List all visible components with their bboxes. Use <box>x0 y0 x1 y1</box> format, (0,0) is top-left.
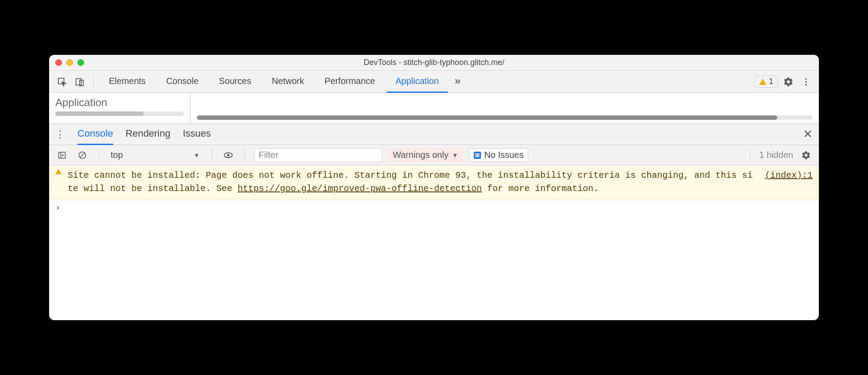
svg-point-4 <box>805 81 807 83</box>
live-expression-icon[interactable] <box>221 148 236 163</box>
issues-counter[interactable]: 1 <box>754 76 778 88</box>
separator <box>99 149 99 161</box>
svg-point-5 <box>805 84 807 85</box>
window-minimize-button[interactable] <box>66 59 73 66</box>
chevron-down-icon: ▼ <box>194 152 200 159</box>
svg-rect-6 <box>59 152 65 158</box>
issues-icon <box>474 152 481 159</box>
hidden-count-label: 1 hidden <box>759 150 793 160</box>
sidebar-scrollbar[interactable] <box>55 111 184 116</box>
tab-console[interactable]: Console <box>157 71 207 93</box>
titlebar: DevTools - stitch-glib-typhoon.glitch.me… <box>49 55 819 71</box>
console-message-text: Site cannot be installed: Page does not … <box>68 169 756 195</box>
tab-sources[interactable]: Sources <box>210 71 260 93</box>
device-toolbar-icon[interactable] <box>72 74 87 89</box>
svg-rect-1 <box>76 78 81 85</box>
svg-line-9 <box>80 153 84 157</box>
tab-elements[interactable]: Elements <box>100 71 154 93</box>
console-message-warning: Site cannot be installed: Page does not … <box>49 165 819 199</box>
message-source-link[interactable]: (index):1 <box>765 169 813 195</box>
prompt-chevron-icon: › <box>55 202 61 213</box>
tab-application[interactable]: Application <box>387 71 448 93</box>
issues-chip-label: No Issues <box>484 150 524 160</box>
window-close-button[interactable] <box>55 59 62 66</box>
console-toolbar: top ▼ Warnings only ▼ No Issues 1 hidden <box>49 145 819 165</box>
tabs-overflow-button[interactable]: » <box>450 71 465 93</box>
window-zoom-button[interactable] <box>77 59 84 66</box>
console-filter-input[interactable] <box>254 148 382 162</box>
tab-network[interactable]: Network <box>263 71 313 93</box>
console-prompt[interactable]: › <box>49 199 819 215</box>
tab-performance[interactable]: Performance <box>316 71 384 93</box>
context-label: top <box>111 150 123 160</box>
application-sidebar: Application <box>49 93 191 123</box>
more-menu-icon[interactable] <box>799 74 814 89</box>
warning-icon <box>759 79 766 85</box>
panel-content: Application <box>49 93 819 124</box>
main-scrollbar[interactable] <box>197 115 813 120</box>
sidebar-heading: Application <box>55 96 184 109</box>
separator <box>211 149 212 161</box>
drawer-more-icon[interactable]: ⋮ <box>55 129 65 140</box>
drawer-tab-issues[interactable]: Issues <box>183 124 211 145</box>
drawer-tab-rendering[interactable]: Rendering <box>126 124 171 145</box>
inspect-element-icon[interactable] <box>54 74 69 89</box>
svg-point-3 <box>805 78 807 80</box>
separator <box>245 149 245 161</box>
main-tab-bar: Elements Console Sources Network Perform… <box>49 71 819 93</box>
execution-context-select[interactable]: top ▼ <box>108 150 203 160</box>
svg-point-11 <box>227 154 230 157</box>
console-settings-icon[interactable] <box>799 148 814 163</box>
drawer-tab-bar: ⋮ Console Rendering Issues ✕ <box>49 124 819 145</box>
clear-console-icon[interactable] <box>75 148 90 163</box>
message-link[interactable]: https://goo.gle/improved-pwa-offline-det… <box>238 184 482 194</box>
window-title: DevTools - stitch-glib-typhoon.glitch.me… <box>49 58 819 67</box>
warning-icon <box>55 169 61 174</box>
log-level-select[interactable]: Warnings only ▼ <box>388 148 464 162</box>
settings-icon[interactable] <box>781 74 796 89</box>
log-level-label: Warnings only <box>393 150 449 160</box>
drawer-close-icon[interactable]: ✕ <box>803 127 813 141</box>
traffic-lights <box>49 59 84 66</box>
issues-chip[interactable]: No Issues <box>469 148 529 162</box>
separator <box>750 149 750 161</box>
drawer-tab-console[interactable]: Console <box>77 124 113 145</box>
console-sidebar-toggle-icon[interactable] <box>54 148 69 163</box>
application-main <box>191 93 819 123</box>
separator <box>93 76 94 88</box>
chevron-down-icon: ▼ <box>452 152 458 159</box>
issues-count: 1 <box>769 77 773 86</box>
devtools-window: DevTools - stitch-glib-typhoon.glitch.me… <box>49 55 819 320</box>
